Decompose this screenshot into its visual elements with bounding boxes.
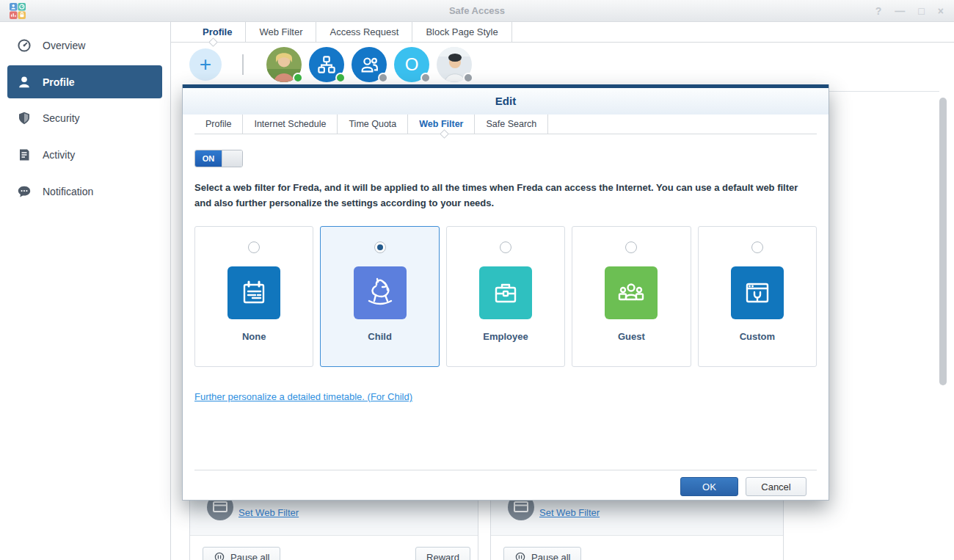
pause-all-label: Pause all [531,552,570,560]
sidebar-item-label: Overview [43,40,85,51]
titlebar: Safe Access ? — □ × [0,0,954,22]
close-icon[interactable]: × [938,0,944,22]
dialog-tab-safe-search[interactable]: Safe Search [475,114,548,134]
dialog-tab-internet-schedule[interactable]: Internet Schedule [243,114,338,134]
filter-option-label: Employee [447,331,564,342]
set-web-filter-link[interactable]: Set Web Filter [539,507,600,518]
pause-icon [214,551,225,560]
card-actions: Pause all Reward [190,536,478,560]
profiles-bar: + [171,46,954,87]
window-controls: ? — □ × [875,0,944,22]
dialog-buttons: OK Cancel [680,477,806,496]
avatar-people-group[interactable] [352,47,387,82]
chat-bubble-icon [17,184,32,199]
maximize-icon[interactable]: □ [918,0,924,22]
people-icon [605,266,658,319]
status-dot-offline [378,73,388,83]
dialog-title: Edit [183,88,829,114]
filter-description: Select a web filter for Freda, and it wi… [194,180,817,211]
reward-label: Reward [426,552,459,560]
sidebar-item-label: Profile [43,76,75,88]
filter-option-custom[interactable]: Custom [698,226,817,367]
panel-border [829,91,939,92]
pause-all-button[interactable]: Pause all [203,547,280,560]
person-icon [17,75,32,90]
filter-option-label: Child [321,331,438,342]
rocking-horse-icon [354,266,407,319]
help-icon[interactable]: ? [875,0,882,22]
filter-option-child[interactable]: Child [320,226,439,367]
safe-access-window: Safe Access ? — □ × Overview Profile [0,0,954,560]
sidebar-item-activity[interactable]: Activity [0,142,170,167]
dialog-tab-profile[interactable]: Profile [194,114,243,134]
ok-button[interactable]: OK [680,477,738,496]
status-dot-online [335,73,346,83]
reward-button[interactable]: Reward [415,547,470,560]
cancel-button[interactable]: Cancel [746,477,806,496]
sidebar-item-overview[interactable]: Overview [0,33,170,57]
dialog-tab-time-quota[interactable]: Time Quota [338,114,408,134]
avatar-list: O [266,47,472,82]
toggle-on-label: ON [195,150,222,167]
sidebar-item-security[interactable]: Security [0,106,170,130]
sidebar-item-label: Security [43,112,80,124]
filter-option-label: None [195,331,313,342]
radio-guest[interactable] [625,241,637,253]
briefcase-icon [479,266,532,319]
activity-icon [17,148,32,162]
tab-web-filter[interactable]: Web Filter [246,22,316,42]
filter-option-guest[interactable]: Guest [572,226,691,367]
tab-profile[interactable]: Profile [189,22,246,42]
sidebar: Overview Profile Security Activity [0,22,171,560]
timetable-link[interactable]: Further personalize a detailed timetable… [194,391,412,402]
filter-option-employee[interactable]: Employee [446,226,565,367]
radio-employee[interactable] [500,241,511,253]
pause-all-label: Pause all [230,552,269,560]
status-dot-online [293,73,303,83]
gauge-icon [17,38,32,53]
minimize-icon[interactable]: — [895,0,905,22]
avatar-photo-girl[interactable] [266,47,302,82]
tab-access-request[interactable]: Access Request [316,22,412,42]
dialog-footer-divider [194,470,817,470]
sidebar-item-label: Notification [43,186,93,197]
dialog-header: Edit [183,88,829,114]
radio-child[interactable] [374,241,386,253]
scrollbar-thumb[interactable] [939,98,947,385]
dialog-body: ON Select a web filter for Freda, and it… [183,150,829,403]
set-web-filter-link[interactable]: Set Web Filter [238,507,299,518]
sidebar-item-label: Activity [43,149,75,161]
card-actions: Pause all [491,536,783,560]
sidebar-item-notification[interactable]: Notification [0,179,170,203]
add-profile-button[interactable]: + [189,48,222,81]
shield-icon [17,111,32,126]
filter-option-none[interactable]: None [194,226,313,367]
avatar-network-group[interactable] [309,47,344,82]
pause-all-button[interactable]: Pause all [503,547,581,560]
status-dot-offline [463,73,473,83]
wrench-window-icon [731,266,784,319]
web-filter-toggle[interactable]: ON [194,150,243,167]
pause-icon [514,551,526,560]
main-tab-bar: Profile Web Filter Access Request Block … [171,22,954,43]
radio-none[interactable] [248,241,260,253]
avatar-photo-boy[interactable] [437,47,472,82]
toggle-knob [222,150,242,167]
edit-dialog: Edit Profile Internet Schedule Time Quot… [182,84,829,501]
divider [242,54,244,75]
status-dot-offline [420,73,431,83]
sidebar-item-profile[interactable]: Profile [7,65,162,98]
filter-option-label: Guest [572,331,690,342]
filter-option-label: Custom [699,331,816,342]
tab-block-page-style[interactable]: Block Page Style [412,22,511,42]
dialog-tab-bar: Profile Internet Schedule Time Quota Web… [194,114,817,134]
avatar-letter[interactable]: O [394,47,429,82]
filter-options: None Child [194,226,817,367]
calendar-icon [227,266,280,319]
window-title: Safe Access [0,0,954,22]
radio-custom[interactable] [751,241,763,253]
